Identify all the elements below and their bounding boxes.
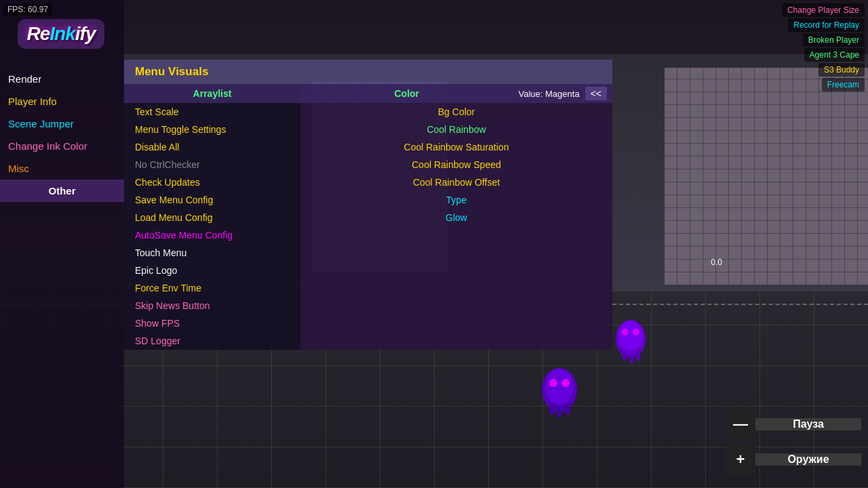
no-ctrlchecker-label: No CtrlChecker (135, 159, 200, 170)
disable-all-label: Disable All (135, 142, 179, 152)
s3-buddy-label: S3 Buddy (824, 65, 859, 75)
arraylist-header-text: Arraylist (193, 88, 232, 99)
menu-item-disable-all[interactable]: Disable All (124, 138, 300, 156)
sidebar-other[interactable]: Other (0, 180, 124, 202)
menu-visuals-header: Menu Visuals (124, 60, 612, 84)
main-panel: Menu Visuals Arraylist Text Scale Menu T… (124, 60, 612, 350)
overlay-agent-3-cape[interactable]: Agent 3 Cape (804, 48, 865, 62)
value-row: Value: Magenta << (513, 84, 612, 103)
skip-news-button-label: Skip News Button (135, 300, 210, 311)
menu-item-type[interactable]: Type (300, 191, 612, 209)
svg-rect-13 (565, 405, 570, 415)
pegboard-right (665, 68, 868, 285)
bottom-right-buttons: — Пауза + Оружие (726, 409, 861, 474)
creature-2 (536, 359, 583, 420)
menu-item-glow[interactable]: Glow (300, 209, 612, 226)
menu-item-show-fps[interactable]: Show FPS (124, 314, 300, 332)
sidebar-item-misc[interactable]: Misc (0, 157, 124, 180)
sidebar-item-change-ink-color[interactable]: Change Ink Color (0, 135, 124, 157)
sidebar-item-player-info[interactable]: Player Info (0, 90, 124, 113)
col-color-header: Color (300, 84, 513, 103)
columns-row: Arraylist Text Scale Menu Toggle Setting… (124, 84, 612, 350)
menu-toggle-settings-label: Menu Toggle Settings (135, 124, 226, 135)
svg-point-10 (561, 379, 570, 387)
svg-rect-4 (623, 352, 627, 361)
menu-item-text-scale[interactable]: Text Scale (124, 103, 300, 121)
broken-player-label: Broken Player (808, 35, 859, 45)
menu-item-cool-rainbow-saturation[interactable]: Cool Rainbow Saturation (300, 138, 612, 156)
svg-point-8 (545, 369, 574, 404)
cool-rainbow-label: Cool Rainbow (427, 124, 486, 135)
pause-icon-symbol: — (733, 415, 748, 433)
pause-button[interactable]: — Пауза (726, 409, 861, 439)
weapon-text: Оружие (787, 453, 829, 465)
menu-item-force-env-time[interactable]: Force Env Time (124, 279, 300, 297)
top-right-overlay: Change Player Size Record for Replay Bro… (782, 3, 865, 92)
menu-item-menu-toggle-settings[interactable]: Menu Toggle Settings (124, 121, 300, 138)
pause-text: Пауза (793, 418, 824, 430)
check-updates-label: Check Updates (135, 177, 200, 188)
svg-rect-11 (549, 405, 554, 415)
svg-rect-6 (636, 352, 640, 361)
logo-text: ReInkify (27, 23, 96, 44)
cool-rainbow-speed-label: Cool Rainbow Speed (412, 159, 501, 170)
overlay-record-for-replay[interactable]: Record for Replay (788, 18, 865, 32)
menu-item-sd-logger[interactable]: SD Logger (124, 332, 300, 350)
cool-rainbow-saturation-label: Cool Rainbow Saturation (404, 142, 509, 152)
menu-item-no-ctrlchecker[interactable]: No CtrlChecker (124, 156, 300, 174)
menu-visuals-title: Menu Visuals (135, 65, 208, 78)
menu-item-cool-rainbow-speed[interactable]: Cool Rainbow Speed (300, 156, 612, 174)
overlay-broken-player[interactable]: Broken Player (803, 33, 865, 47)
menu-item-load-menu-config[interactable]: Load Menu Config (124, 209, 300, 226)
sidebar-item-render[interactable]: Render (0, 68, 124, 90)
svg-point-1 (618, 321, 643, 350)
autosave-menu-config-label: AutoSave Menu Config (135, 230, 233, 241)
menu-item-check-updates[interactable]: Check Updates (124, 174, 300, 191)
touch-menu-label: Touch Menu (135, 247, 186, 258)
sidebar-change-ink-color-label: Change Ink Color (8, 140, 87, 152)
pause-icon: — (726, 409, 755, 439)
epic-logo-label: Epic Logo (135, 265, 177, 276)
sidebar: Render Player Info Scene Jumper Change I… (0, 0, 124, 488)
weapon-label: Оружие (755, 453, 861, 466)
sidebar-misc-label: Misc (8, 163, 29, 174)
creature-1 (610, 312, 651, 366)
color-header-text: Color (394, 88, 419, 99)
weapon-icon: + (726, 445, 755, 474)
overlay-s3-buddy[interactable]: S3 Buddy (818, 63, 865, 77)
svg-point-9 (549, 379, 557, 387)
menu-item-touch-menu[interactable]: Touch Menu (124, 244, 300, 262)
svg-point-3 (633, 329, 639, 336)
glow-label: Glow (446, 212, 467, 223)
logo: ReInkify (7, 7, 115, 61)
nav-arrow-left[interactable]: << (585, 87, 607, 100)
dot-indicator-value: 0.0 (711, 258, 722, 267)
agent-3-cape-label: Agent 3 Cape (810, 50, 859, 60)
menu-item-bg-color[interactable]: Bg Color (300, 103, 612, 121)
menu-item-epic-logo[interactable]: Epic Logo (124, 262, 300, 279)
svg-point-2 (622, 329, 629, 336)
menu-item-cool-rainbow-offset[interactable]: Cool Rainbow Offset (300, 174, 612, 191)
save-menu-config-label: Save Menu Config (135, 195, 213, 205)
col-arraylist-header: Arraylist (124, 84, 300, 103)
col-arraylist: Arraylist Text Scale Menu Toggle Setting… (124, 84, 300, 350)
bg-color-label: Bg Color (438, 106, 475, 117)
sidebar-item-scene-jumper[interactable]: Scene Jumper (0, 113, 124, 135)
record-for-replay-label: Record for Replay (793, 20, 859, 30)
col-color: Color Value: Magenta << Bg Color Cool Ra… (300, 84, 612, 350)
svg-rect-5 (629, 354, 633, 363)
pause-label: Пауза (755, 418, 861, 430)
menu-item-save-menu-config[interactable]: Save Menu Config (124, 191, 300, 209)
overlay-change-player-size[interactable]: Change Player Size (782, 3, 865, 17)
show-fps-label: Show FPS (135, 318, 180, 329)
text-scale-label: Text Scale (135, 106, 179, 117)
cool-rainbow-offset-label: Cool Rainbow Offset (413, 177, 500, 188)
menu-item-cool-rainbow[interactable]: Cool Rainbow (300, 121, 612, 138)
weapon-button[interactable]: + Оружие (726, 445, 861, 474)
type-label: Type (446, 195, 467, 205)
overlay-freecam[interactable]: Freecam (822, 78, 865, 92)
sidebar-render-label: Render (8, 73, 41, 85)
menu-item-autosave-menu-config[interactable]: AutoSave Menu Config (124, 226, 300, 244)
value-magenta: Value: Magenta (519, 89, 580, 99)
menu-item-skip-news-button[interactable]: Skip News Button (124, 297, 300, 314)
